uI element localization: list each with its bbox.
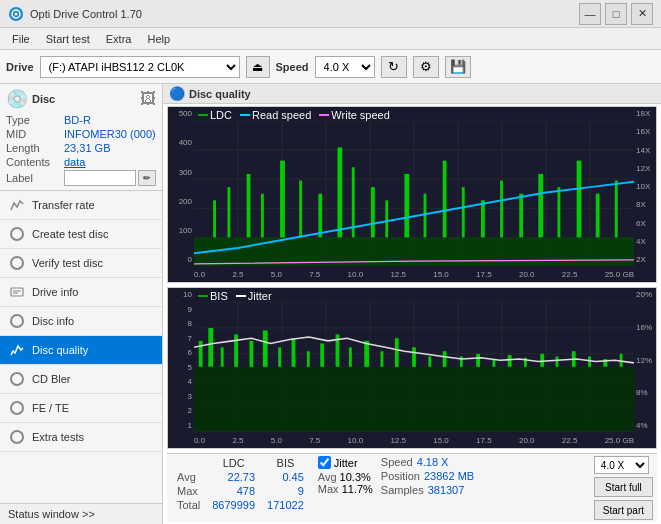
disc-quality-icon [8, 341, 26, 359]
menu-file[interactable]: File [4, 31, 38, 47]
sidebar: 💿 Disc 🖼 Type BD-R MID INFOMER30 (000) L… [0, 84, 163, 524]
window-controls: — □ ✕ [579, 3, 653, 25]
svg-rect-23 [227, 187, 230, 237]
disc-info-label: Disc info [32, 315, 74, 327]
refresh-button[interactable]: ↻ [381, 56, 407, 78]
type-label: Type [6, 114, 64, 126]
total-label: Total [171, 498, 206, 512]
svg-rect-74 [381, 352, 384, 368]
svg-rect-24 [247, 174, 251, 237]
svg-rect-41 [557, 187, 560, 237]
sidebar-item-fe-te[interactable]: FE / TE [0, 394, 162, 423]
bis-legend: BIS Jitter [198, 290, 272, 302]
app-title: Opti Drive Control 1.70 [30, 8, 579, 20]
sidebar-item-extra-tests[interactable]: Extra tests [0, 423, 162, 452]
svg-rect-34 [424, 194, 427, 238]
disc-quality-label: Disc quality [32, 344, 88, 356]
svg-rect-72 [349, 348, 352, 367]
jitter-avg-label: Avg [318, 471, 340, 483]
speed-select[interactable]: 4.0 X [315, 56, 375, 78]
sidebar-item-disc-quality[interactable]: Disc quality [0, 336, 162, 365]
svg-rect-76 [412, 348, 416, 367]
bis-y-axis-left: 10 9 8 7 6 5 4 3 2 1 [168, 288, 194, 432]
transfer-rate-label: Transfer rate [32, 199, 95, 211]
jitter-checkbox[interactable] [318, 456, 331, 469]
verify-test-disc-label: Verify test disc [32, 257, 103, 269]
samples-value: 381307 [428, 484, 465, 496]
samples-row: Samples 381307 [381, 484, 474, 496]
position-lbl: Position [381, 470, 420, 482]
menu-help[interactable]: Help [139, 31, 178, 47]
contents-value[interactable]: data [64, 156, 85, 168]
sidebar-item-verify-test-disc[interactable]: Verify test disc [0, 249, 162, 278]
minimize-button[interactable]: — [579, 3, 601, 25]
svg-rect-29 [337, 147, 342, 237]
svg-rect-67 [278, 348, 281, 367]
contents-label: Contents [6, 156, 64, 168]
menu-extra[interactable]: Extra [98, 31, 140, 47]
svg-rect-85 [556, 357, 559, 367]
avg-ldc: 22.73 [206, 470, 261, 484]
svg-rect-32 [385, 200, 388, 237]
disc-title: Disc [32, 93, 140, 105]
speed-lbl: Speed [381, 456, 413, 468]
sidebar-item-cd-bler[interactable]: CD Bler [0, 365, 162, 394]
svg-rect-40 [538, 174, 543, 237]
svg-rect-60 [194, 367, 634, 432]
sidebar-item-disc-info[interactable]: Disc info [0, 307, 162, 336]
ldc-legend-ldc: LDC [198, 109, 232, 121]
menu-start-test[interactable]: Start test [38, 31, 98, 47]
position-row: Position 23862 MB [381, 470, 474, 482]
bis-chart-canvas [194, 302, 634, 432]
svg-rect-61 [199, 341, 203, 367]
svg-rect-78 [443, 352, 447, 368]
speed-value: 4.18 X [417, 456, 449, 468]
status-window-label: Status window >> [8, 508, 95, 520]
svg-rect-37 [481, 200, 485, 237]
svg-rect-84 [540, 354, 544, 367]
disc-icon: 💿 [6, 88, 28, 110]
close-button[interactable]: ✕ [631, 3, 653, 25]
total-row: Total 8679999 171022 [171, 498, 310, 512]
status-window-button[interactable]: Status window >> [0, 503, 162, 524]
svg-rect-27 [299, 181, 302, 238]
drive-select[interactable]: (F:) ATAPI iHBS112 2 CL0K [40, 56, 240, 78]
quality-icon: 🔵 [169, 86, 185, 101]
max-ldc: 478 [206, 484, 261, 498]
sidebar-item-create-test-disc[interactable]: Create test disc [0, 220, 162, 249]
jitter-label: Jitter [334, 457, 358, 469]
svg-rect-77 [428, 357, 431, 367]
disc-info-icon [8, 312, 26, 330]
create-test-disc-label: Create test disc [32, 228, 108, 240]
menubar: File Start test Extra Help [0, 28, 661, 50]
speed-select-small[interactable]: 4.0 X [594, 456, 649, 474]
label-input[interactable] [64, 170, 136, 186]
bis-y-axis-right: 20% 16% 12% 8% 4% [634, 288, 656, 432]
drive-info-icon [8, 283, 26, 301]
ldc-legend-read: Read speed [240, 109, 311, 121]
drive-label: Drive [6, 61, 34, 73]
start-full-button[interactable]: Start full [594, 477, 653, 497]
total-bis: 171022 [261, 498, 310, 512]
avg-label: Avg [171, 470, 206, 484]
sidebar-item-drive-info[interactable]: Drive info [0, 278, 162, 307]
ldc-chart-canvas [194, 121, 634, 266]
fe-te-icon [8, 399, 26, 417]
svg-rect-66 [263, 331, 268, 367]
save-button[interactable]: 💾 [445, 56, 471, 78]
sidebar-item-transfer-rate[interactable]: Transfer rate [0, 191, 162, 220]
charts-area: LDC Read speed Write speed 500 400 300 [163, 104, 661, 524]
toolbar: Drive (F:) ATAPI iHBS112 2 CL0K ⏏ Speed … [0, 50, 661, 84]
maximize-button[interactable]: □ [605, 3, 627, 25]
main-layout: 💿 Disc 🖼 Type BD-R MID INFOMER30 (000) L… [0, 84, 661, 524]
svg-rect-33 [404, 174, 409, 237]
svg-rect-65 [249, 341, 253, 367]
svg-rect-39 [519, 194, 523, 238]
ldc-x-axis: 0.0 2.5 5.0 7.5 10.0 12.5 15.0 17.5 20.0… [194, 266, 634, 282]
position-value: 23862 MB [424, 470, 474, 482]
label-edit-button[interactable]: ✏ [138, 170, 156, 186]
eject-button[interactable]: ⏏ [246, 56, 270, 78]
start-part-button[interactable]: Start part [594, 500, 653, 520]
svg-rect-25 [261, 194, 264, 238]
config-button[interactable]: ⚙ [413, 56, 439, 78]
